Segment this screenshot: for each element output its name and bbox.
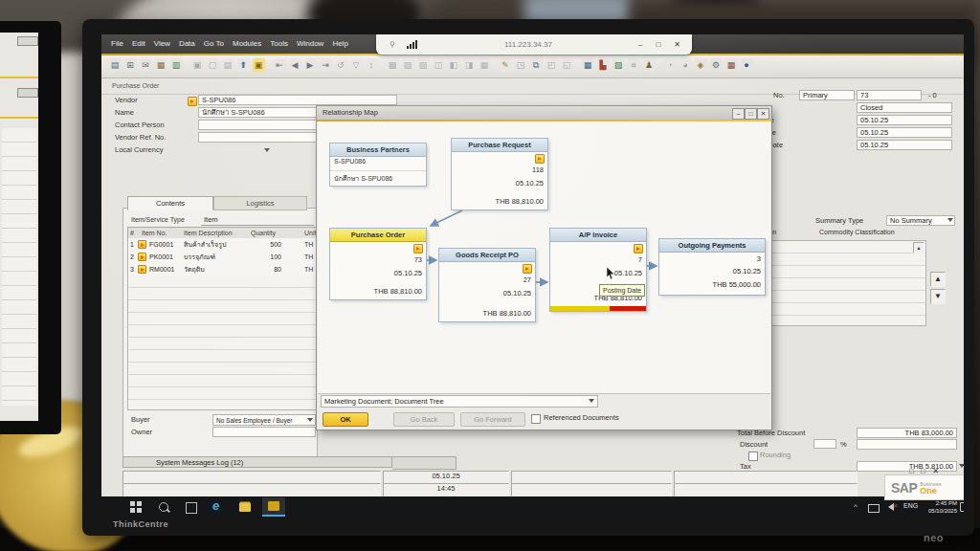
delivery-date-field[interactable]: 05.10.25 xyxy=(857,127,952,138)
task-view-icon[interactable] xyxy=(186,502,197,514)
menu-data[interactable]: Data xyxy=(179,39,195,48)
go-forward-button[interactable]: Go Forward xyxy=(460,412,525,427)
owner-field[interactable] xyxy=(212,427,316,437)
toolbar-icon[interactable]: ◳ xyxy=(515,58,527,72)
map-close-button[interactable]: ✕ xyxy=(757,108,769,120)
toolbar-icon[interactable]: ▨ xyxy=(402,58,414,72)
rdp-restore-button[interactable]: □ xyxy=(656,40,660,49)
node-outgoing-payments[interactable]: Outgoing Payments 3 05.10.25 THB 55,000.… xyxy=(658,238,766,296)
menu-help[interactable]: Help xyxy=(332,39,347,48)
menu-edit[interactable]: Edit xyxy=(132,39,145,48)
rdp-minimize-button[interactable]: – xyxy=(638,40,642,49)
toolbar-icon-next[interactable]: ▶ xyxy=(304,58,317,72)
toolbar-icon-preview[interactable]: ▤ xyxy=(109,58,122,72)
rdp-pin-icon[interactable]: ⚲ xyxy=(390,40,395,49)
toolbar-icon-cal[interactable]: ▦ xyxy=(725,58,738,72)
toolbar-icon-chart[interactable]: ▙ xyxy=(597,58,610,72)
menu-window[interactable]: Window xyxy=(297,39,323,48)
map-restore-button[interactable]: □ xyxy=(745,108,757,120)
buyer-dropdown-arrow-icon[interactable] xyxy=(307,418,313,425)
summary-type-field[interactable]: No Summary xyxy=(886,215,955,226)
sap-taskbar-app[interactable] xyxy=(262,497,285,517)
node-link-arrow-icon[interactable] xyxy=(634,244,643,253)
toolbar-icon[interactable]: ◱ xyxy=(561,58,573,72)
toolbar-icon-image[interactable]: ▨ xyxy=(612,58,625,72)
toolbar-icon[interactable]: ◫ xyxy=(433,58,445,72)
toolbar-icon-print[interactable]: ⊞ xyxy=(124,58,137,72)
tab-logistics[interactable]: Logistics xyxy=(213,196,307,210)
toolbar-icon[interactable]: ◰ xyxy=(546,58,558,72)
toolbar-icon[interactable]: ▦ xyxy=(479,58,491,72)
row-link-arrow-icon[interactable] xyxy=(138,265,146,274)
toolbar-icon-find[interactable]: ⬆ xyxy=(237,58,250,72)
buyer-field[interactable]: No Sales Employee / Buyer xyxy=(212,414,316,426)
row-move-down-button[interactable]: ▼ xyxy=(930,289,946,304)
document-date-field[interactable]: 05.10.25 xyxy=(857,140,952,150)
doc-series-field[interactable]: Primary xyxy=(799,90,855,100)
node-business-partners[interactable]: Business Partners S-SPU086 นักศึกษา S-SP… xyxy=(329,143,427,187)
toolbar-icon-excel[interactable]: ▥ xyxy=(170,58,183,72)
toolbar-icon-docs[interactable]: ⧉ xyxy=(530,58,543,72)
row-link-arrow-icon[interactable] xyxy=(138,253,146,261)
tray-caret-icon[interactable]: ^ xyxy=(854,502,858,511)
node-ap-invoice[interactable]: A/P Invoice 7 05.10.25 THB 88,810.00 xyxy=(549,228,647,312)
doc-no-field[interactable]: 73 xyxy=(857,90,922,100)
tray-network-icon[interactable] xyxy=(868,504,880,513)
toolbar-icon[interactable]: ▢ xyxy=(207,58,219,72)
toolbar-icon-user[interactable]: ♟ xyxy=(643,58,656,72)
toolbar-icon[interactable]: ▣ xyxy=(191,58,204,72)
menu-modules[interactable]: Modules xyxy=(233,39,261,48)
vendor-field[interactable]: S-SPU086 xyxy=(198,95,397,105)
toolbar-icon-email[interactable]: ✉ xyxy=(140,58,152,72)
menu-file[interactable]: File xyxy=(111,39,123,48)
item-row-2[interactable]: 2 PK0001 บรรจุภัณฑ์ 100 TH xyxy=(127,251,318,264)
toolbar-icon-prev[interactable]: ◀ xyxy=(289,58,301,72)
vendor-link-arrow-icon[interactable] xyxy=(188,97,197,106)
toolbar-icon-sort[interactable]: ↕ xyxy=(366,58,378,72)
item-row-1[interactable]: 1 FG0001 สินค้าสำเร็จรูป 500 TH xyxy=(127,238,318,252)
ok-button[interactable]: OK xyxy=(323,412,368,427)
posting-date-field[interactable]: 05.10.25 xyxy=(857,115,952,125)
go-back-button[interactable]: Go Back xyxy=(393,412,455,427)
node-link-arrow-icon[interactable] xyxy=(413,244,423,253)
menu-goto[interactable]: Go To xyxy=(204,39,224,48)
toolbar-icon[interactable]: ◨ xyxy=(463,58,476,72)
toolbar-icon-help[interactable]: ● xyxy=(741,58,753,72)
toolbar-icon-first[interactable]: ⇤ xyxy=(274,58,286,72)
system-messages-log[interactable]: System Messages Log (12) xyxy=(122,456,392,468)
node-link-arrow-icon[interactable] xyxy=(535,154,545,164)
map-minimize-button[interactable]: – xyxy=(732,108,745,120)
item-grid-empty-rows[interactable] xyxy=(127,276,318,410)
totals-scroll-arrow-icon[interactable] xyxy=(959,464,964,471)
summary-dropdown-arrow-icon[interactable] xyxy=(947,218,953,225)
toolbar-icon-pencil[interactable]: ✎ xyxy=(500,58,512,72)
rounding-checkbox[interactable] xyxy=(748,452,758,461)
toolbar-icon[interactable]: ▤ xyxy=(222,58,234,72)
node-purchase-order[interactable]: Purchase Order 73 05.10.25 THB 88,810.00 xyxy=(329,228,427,300)
tray-clock[interactable]: 2:45 PM 05/10/2025 xyxy=(921,499,957,515)
node-goods-receipt-po[interactable]: Goods Receipt PO 27 05.10.25 THB 88,810.… xyxy=(438,248,536,322)
start-button[interactable] xyxy=(130,501,142,513)
tab-contents[interactable]: Contents xyxy=(127,196,213,210)
tree-dropdown-arrow-icon[interactable] xyxy=(589,399,594,406)
summary-scroll-up[interactable]: ▲ xyxy=(913,242,924,253)
row-move-up-button[interactable]: ▲ xyxy=(930,272,946,287)
toolbar-icon[interactable]: ◕ xyxy=(679,58,692,72)
toolbar-icon-org[interactable]: ⌗ xyxy=(628,58,640,72)
notification-center-icon[interactable] xyxy=(960,502,964,512)
relationship-map-titlebar[interactable]: Relationship Map xyxy=(317,106,771,120)
toolbar-icon-filter[interactable]: ▽ xyxy=(350,58,363,72)
toolbar-icon-add[interactable]: ▣ xyxy=(253,58,265,72)
toolbar-icon[interactable]: ◔ xyxy=(664,58,677,72)
toolbar-icon-money[interactable]: ◈ xyxy=(695,58,707,72)
toolbar-icon-export[interactable]: ▦ xyxy=(155,58,167,72)
toolbar-icon-last[interactable]: ⇥ xyxy=(320,58,332,72)
toolbar-icon-refresh[interactable]: ↺ xyxy=(335,58,347,72)
menu-tools[interactable]: Tools xyxy=(270,39,288,48)
toolbar-icon[interactable]: ▧ xyxy=(417,58,430,72)
toolbar-icon-table[interactable]: ▦ xyxy=(582,58,594,72)
toolbar-icon[interactable]: ▩ xyxy=(387,58,399,72)
referenced-documents-checkbox[interactable] xyxy=(531,414,541,424)
rdp-close-button[interactable]: ✕ xyxy=(674,40,680,49)
document-tree-select[interactable]: Marketing Document; Document Tree xyxy=(321,395,598,408)
